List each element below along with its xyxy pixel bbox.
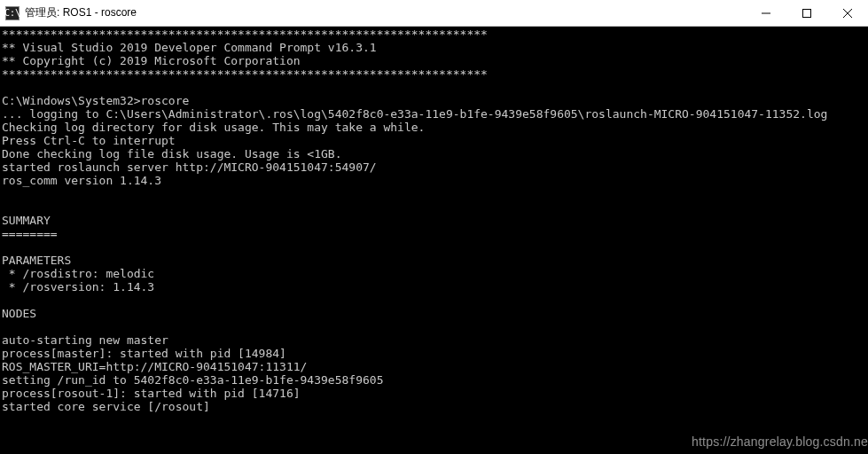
terminal-output[interactable]: ****************************************… — [0, 27, 868, 454]
maximize-button[interactable] — [786, 0, 827, 26]
window-controls — [746, 0, 868, 26]
window-title: 管理员: ROS1 - roscore — [25, 5, 746, 20]
titlebar[interactable]: C:\ 管理员: ROS1 - roscore — [0, 0, 868, 27]
close-icon — [843, 9, 852, 18]
minimize-icon — [762, 9, 770, 18]
console-icon: C:\ — [5, 6, 20, 20]
maximize-icon — [802, 9, 811, 18]
close-button[interactable] — [827, 0, 868, 26]
watermark-text: https://zhangrelay.blog.csdn.ne — [692, 434, 868, 449]
minimize-button[interactable] — [746, 0, 786, 26]
svg-rect-1 — [803, 9, 811, 17]
